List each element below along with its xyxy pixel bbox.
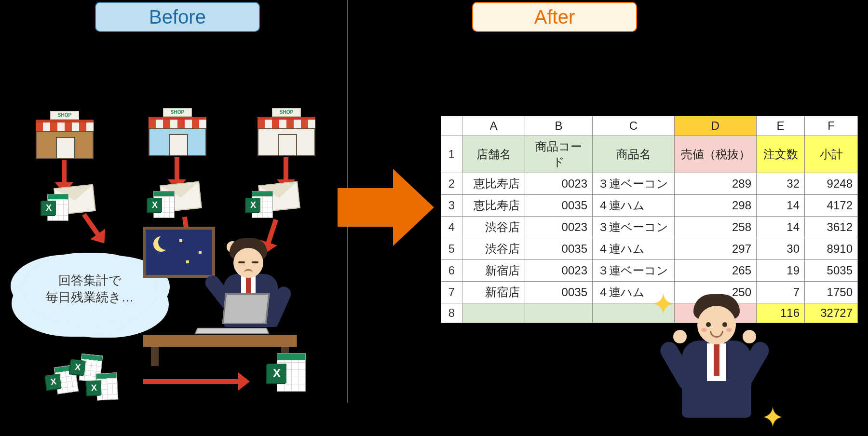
cell: 1750 — [805, 282, 858, 303]
cell: 渋谷店 — [462, 238, 525, 260]
cell: 渋谷店 — [462, 217, 525, 238]
email-excel-icon: X — [246, 179, 299, 218]
thought-line2: 毎日残業続き… — [46, 290, 134, 304]
laptop-icon — [196, 293, 268, 336]
header-cell: 売値（税抜） — [675, 136, 757, 173]
table-row: 2恵比寿店0023３連ベーコン289329248 — [441, 173, 858, 195]
excel-badge-icon: X — [267, 364, 286, 383]
row-number: 3 — [441, 195, 462, 217]
desk-icon — [143, 335, 297, 347]
header-cell: 商品コード — [525, 136, 593, 173]
excel-file-icon: X — [267, 353, 306, 392]
shop-sign: SHOP — [163, 108, 192, 117]
col-letter: E — [757, 116, 805, 136]
thought-line1: 回答集計で — [58, 273, 122, 287]
cell — [525, 303, 593, 323]
table-row: 7新宿店0035４連ハム25071750 — [441, 282, 858, 303]
cell: ３連ベーコン — [593, 260, 675, 282]
col-letter: A — [462, 116, 525, 136]
cell: 新宿店 — [462, 282, 525, 303]
row-number: 7 — [441, 282, 462, 303]
cell: ３連ベーコン — [593, 173, 675, 195]
shop-icon: SHOP — [36, 111, 94, 159]
header-row: 1店舗名商品コード商品名売値（税抜）注文数小計 — [441, 136, 858, 173]
table-row: 3恵比寿店0035４連ハム298144172 — [441, 195, 858, 217]
cell: 3612 — [805, 217, 858, 238]
col-letter: D — [675, 116, 757, 136]
cell — [462, 303, 525, 323]
aggregated-spreadsheet: A B C D E F 1店舗名商品コード商品名売値（税抜）注文数小計2恵比寿店… — [441, 116, 858, 323]
after-badge: After — [472, 2, 637, 32]
cell: 4172 — [805, 195, 858, 217]
cell: 新宿店 — [462, 260, 525, 282]
row-number: 8 — [441, 303, 462, 323]
cell: 14 — [757, 217, 805, 238]
excel-files-pile-icon: X X X — [46, 352, 128, 410]
header-cell: 商品名 — [593, 136, 675, 173]
col-letter: F — [805, 116, 858, 136]
cell: 0023 — [525, 173, 593, 195]
cell: 32727 — [805, 303, 858, 323]
excel-badge-icon: X — [86, 380, 102, 395]
cell: 258 — [675, 217, 757, 238]
excel-badge-icon: X — [70, 359, 86, 375]
cell: 恵比寿店 — [462, 173, 525, 195]
table-row: 5渋谷店0035４連ハム297308910 — [441, 238, 858, 260]
excel-badge-icon: X — [148, 198, 162, 212]
cell: ４連ハム — [593, 195, 675, 217]
shop-sign: SHOP — [272, 108, 301, 117]
cell: ４連ハム — [593, 238, 675, 260]
cell: 8910 — [805, 238, 858, 260]
table-row: 6新宿店0023３連ベーコン265195035 — [441, 260, 858, 282]
cell: 0023 — [525, 260, 593, 282]
cell: 265 — [675, 260, 757, 282]
row-number: 4 — [441, 217, 462, 238]
cell: 5035 — [805, 260, 858, 282]
col-letter: B — [525, 116, 593, 136]
before-badge: Before — [95, 2, 260, 32]
cell: 297 — [675, 238, 757, 260]
cell: ３連ベーコン — [593, 217, 675, 238]
cell: 298 — [675, 195, 757, 217]
cell: 0035 — [525, 195, 593, 217]
transition-arrow-icon — [338, 169, 434, 246]
totals-row: 811632727 — [441, 303, 858, 323]
cell: 19 — [757, 260, 805, 282]
thought-bubble-icon: 回答集計で 毎日残業続き… — [22, 253, 157, 325]
cell: 0035 — [525, 282, 593, 303]
shop-sign: SHOP — [50, 111, 79, 120]
excel-badge-icon: X — [45, 373, 62, 390]
row-number: 1 — [441, 136, 462, 173]
excel-badge-icon: X — [246, 198, 260, 212]
header-cell: 小計 — [805, 136, 858, 173]
row-number: 6 — [441, 260, 462, 282]
cell: 32 — [757, 173, 805, 195]
sparkle-icon: ✦ — [761, 402, 784, 433]
cell: 14 — [757, 195, 805, 217]
corner-cell — [441, 116, 462, 136]
header-cell: 店舗名 — [462, 136, 525, 173]
sparkle-icon: ✦ — [652, 288, 675, 320]
email-excel-icon: X — [148, 179, 201, 218]
cell: 0023 — [525, 217, 593, 238]
cell: 恵比寿店 — [462, 195, 525, 217]
cell: 9248 — [805, 173, 858, 195]
cell: 30 — [757, 238, 805, 260]
col-letter: C — [593, 116, 675, 136]
cell: 289 — [675, 173, 757, 195]
excel-badge-icon: X — [41, 201, 56, 215]
table-row: 4渋谷店0023３連ベーコン258143612 — [441, 217, 858, 238]
cell: 0035 — [525, 238, 593, 260]
row-number: 5 — [441, 238, 462, 260]
header-cell: 注文数 — [757, 136, 805, 173]
overworked-person-illustration — [143, 227, 297, 367]
row-number: 2 — [441, 173, 462, 195]
night-window-icon — [143, 227, 215, 278]
happy-person-illustration: ✦ ✦ — [657, 293, 773, 428]
shop-icon: SHOP — [149, 108, 206, 156]
shop-icon: SHOP — [258, 108, 315, 156]
column-letters-row: A B C D E F — [441, 116, 858, 136]
